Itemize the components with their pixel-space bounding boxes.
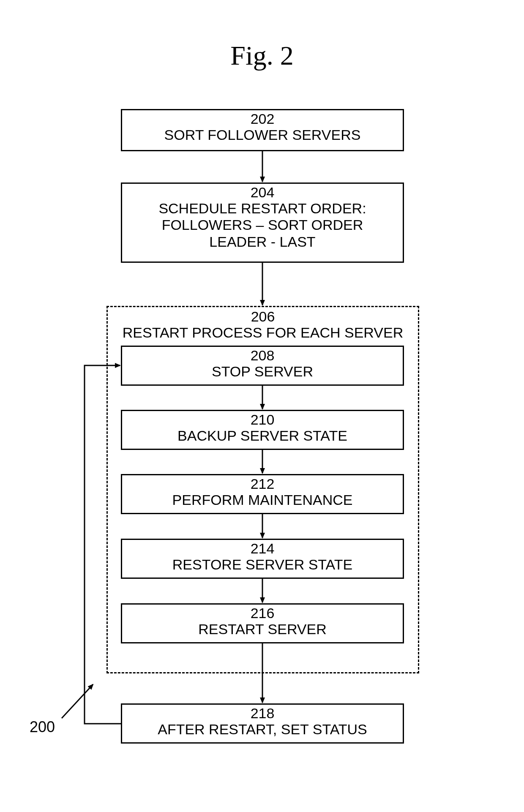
- box-202: 202 SORT FOLLOWER SERVERS: [121, 109, 404, 151]
- box-208: 208 STOP SERVER: [121, 346, 404, 386]
- figure-title: Fig. 2: [0, 40, 524, 71]
- box-206-text: RESTART PROCESS FOR EACH SERVER: [108, 324, 418, 341]
- box-214-num: 214: [122, 541, 403, 556]
- box-212: 212 PERFORM MAINTENANCE: [121, 474, 404, 514]
- box-206-num: 206: [108, 309, 418, 324]
- box-216-text: RESTART SERVER: [122, 621, 403, 638]
- box-214-text: RESTORE SERVER STATE: [122, 556, 403, 573]
- box-204: 204 SCHEDULE RESTART ORDER: FOLLOWERS – …: [121, 183, 404, 263]
- arrow-ref-200: [62, 684, 93, 718]
- box-202-text: SORT FOLLOWER SERVERS: [122, 127, 403, 143]
- diagram-canvas: Fig. 2 202 SORT FOLLOWER SERVERS 204 SCH…: [0, 0, 524, 812]
- box-216-num: 216: [122, 605, 403, 621]
- box-218: 218 AFTER RESTART, SET STATUS: [121, 703, 404, 744]
- box-210: 210 BACKUP SERVER STATE: [121, 410, 404, 450]
- box-210-text: BACKUP SERVER STATE: [122, 428, 403, 444]
- box-212-text: PERFORM MAINTENANCE: [122, 492, 403, 508]
- box-204-text: SCHEDULE RESTART ORDER: FOLLOWERS – SORT…: [122, 200, 403, 250]
- box-218-text: AFTER RESTART, SET STATUS: [122, 721, 403, 738]
- box-204-num: 204: [122, 185, 403, 200]
- box-218-num: 218: [122, 706, 403, 721]
- box-208-text: STOP SERVER: [122, 363, 403, 380]
- box-216: 216 RESTART SERVER: [121, 603, 404, 643]
- figure-ref-label: 200: [30, 718, 55, 736]
- box-214: 214 RESTORE SERVER STATE: [121, 539, 404, 579]
- box-208-num: 208: [122, 348, 403, 363]
- box-202-num: 202: [122, 111, 403, 127]
- box-210-num: 210: [122, 412, 403, 428]
- box-212-num: 212: [122, 476, 403, 492]
